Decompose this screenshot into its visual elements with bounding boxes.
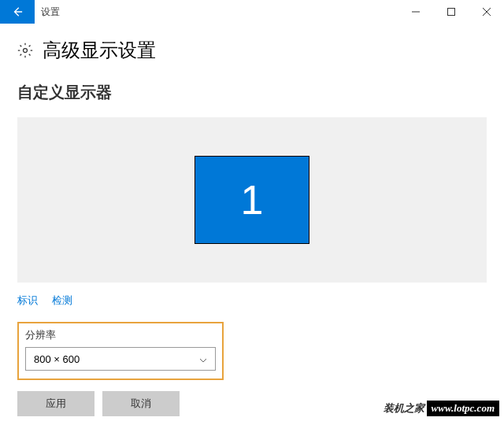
resolution-label: 分辨率 — [25, 328, 216, 342]
display-links: 标识 检测 — [17, 294, 487, 308]
minimize-button[interactable] — [398, 0, 433, 24]
titlebar: 设置 — [0, 0, 504, 24]
minimize-icon — [412, 8, 420, 16]
maximize-button[interactable] — [433, 0, 469, 24]
watermark: 装机之家 www.lotpc.com — [384, 401, 499, 416]
resolution-dropdown[interactable]: 800 × 600 — [25, 347, 216, 371]
svg-rect-1 — [447, 9, 454, 16]
gear-icon — [17, 42, 33, 58]
content: 高级显示设置 自定义显示器 1 标识 检测 分辨率 800 × 600 应用 取… — [0, 24, 504, 421]
chevron-down-icon — [199, 353, 207, 365]
resolution-value: 800 × 600 — [34, 353, 80, 365]
monitor-1[interactable]: 1 — [195, 156, 309, 244]
monitor-number: 1 — [241, 176, 264, 223]
close-button[interactable] — [469, 0, 504, 24]
back-button[interactable] — [0, 0, 35, 24]
arrow-left-icon — [12, 6, 23, 17]
apply-button[interactable]: 应用 — [17, 391, 94, 416]
identify-link[interactable]: 标识 — [17, 294, 38, 308]
app-title: 设置 — [35, 0, 398, 24]
window-controls — [398, 0, 504, 24]
section-title: 自定义显示器 — [17, 82, 487, 103]
page-title: 高级显示设置 — [43, 38, 156, 63]
detect-link[interactable]: 检测 — [52, 294, 72, 308]
resolution-group: 分辨率 800 × 600 — [17, 322, 224, 380]
page-header: 高级显示设置 — [17, 38, 487, 63]
close-icon — [483, 8, 491, 16]
monitor-preview-area: 1 — [17, 117, 487, 283]
svg-point-4 — [24, 49, 28, 53]
watermark-cn: 装机之家 — [384, 401, 424, 415]
watermark-en: www.lotpc.com — [427, 401, 499, 416]
maximize-icon — [447, 8, 455, 16]
cancel-button[interactable]: 取消 — [102, 391, 180, 416]
